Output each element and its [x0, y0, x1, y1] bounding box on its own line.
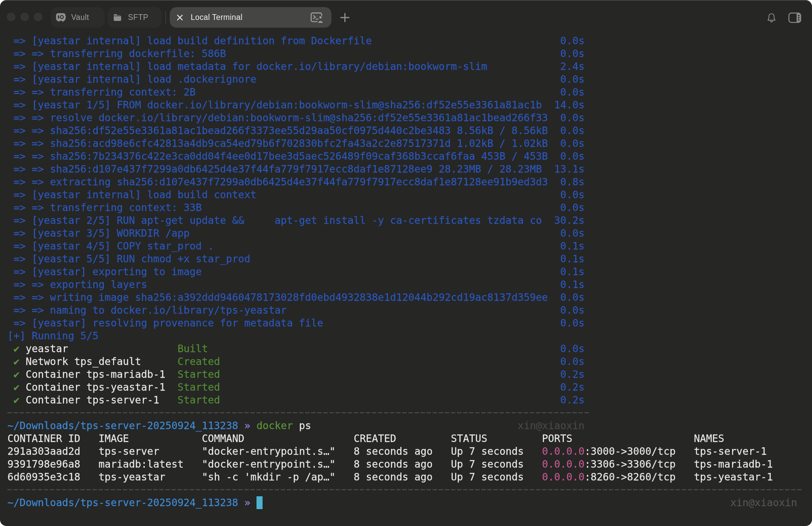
terminal-text: 9391798e96a8 — [8, 458, 80, 471]
terminal-text: => [yeastar 1/5] FROM docker.io/library/… — [14, 99, 542, 111]
build-line: => => sha256:d107e437f7299a0db6425d4e37f… — [8, 163, 812, 175]
terminal-text: => => resolve docker.io/library/debian:b… — [14, 111, 548, 124]
terminal-text: :3306->3306/tcp — [584, 458, 676, 471]
build-line: => => extracting sha256:d107e437f7299a0d… — [8, 175, 812, 188]
tab-vault-label: Vault — [71, 13, 89, 22]
terminal-text: tps-yeastar — [99, 471, 165, 483]
tab-sftp[interactable]: SFTP — [108, 7, 162, 28]
build-line: => [yeastar internal] load build definit… — [8, 34, 812, 47]
build-line: => [yeastar] exporting to image0.1s — [8, 265, 812, 278]
compose-running-line: [+] Running 5/5 — [8, 329, 812, 342]
terminal-text: yeastar — [26, 342, 68, 355]
build-line: => => writing image sha256:a392ddd946047… — [8, 291, 812, 304]
tab-bar: Vault SFTP Local Terminal — [0, 0, 812, 34]
terminal-text: :3000->3000/tcp — [584, 445, 676, 458]
prompt-separator — [8, 483, 812, 496]
terminal-text: 0.2s — [560, 394, 584, 407]
terminal-text: ps — [299, 419, 311, 432]
tab-sftp-label: SFTP — [128, 13, 148, 22]
terminal-text: 0.0s — [560, 304, 584, 317]
terminal-text: » — [244, 496, 250, 509]
terminal-text: => => transferring context: 33B — [14, 201, 202, 214]
terminal-text: 0.1s — [560, 278, 584, 291]
terminal-text: 0.0.0.0 — [542, 445, 584, 458]
terminal-text: Started — [177, 368, 220, 381]
minimize-window-button[interactable] — [20, 13, 29, 21]
window-controls — [7, 13, 42, 21]
terminal-text: PORTS — [542, 432, 572, 445]
build-line: => [yeastar] resolving provenance for me… — [8, 317, 812, 329]
ps-row-line: 291a303aad2dtps-server"docker-entrypoint… — [8, 445, 812, 458]
terminal-text: tps-yeastar-1 — [694, 471, 773, 483]
terminal-text: 0.0s — [560, 150, 584, 163]
terminal-user-icon — [310, 12, 324, 23]
terminal-text: => [yeastar] exporting to image — [14, 265, 202, 278]
terminal-text: CONTAINER ID — [8, 432, 80, 445]
terminal-text: => => sha256:7b234376c422e3ca0dd04f4ee0d… — [14, 150, 548, 163]
terminal-text: 291a303aad2d — [8, 445, 80, 458]
build-line: => [yeastar internal] load .dockerignore… — [8, 73, 812, 86]
terminal-text: Up 7 seconds — [451, 471, 524, 483]
terminal-text: COMMAND — [202, 432, 244, 445]
build-line: => => transferring context: 2B0.0s — [8, 86, 812, 99]
zoom-window-button[interactable] — [34, 13, 42, 21]
terminal-text: => => exporting layers — [14, 278, 147, 291]
terminal-text: docker — [257, 419, 293, 432]
terminal-text: 0.2s — [560, 381, 584, 394]
terminal-text: 0.0s — [560, 34, 584, 47]
terminal-text: tps-mariadb-1 — [694, 458, 773, 471]
right-panel-toggle-icon[interactable] — [788, 13, 801, 23]
terminal-text: => [yeastar] resolving provenance for me… — [14, 317, 323, 329]
prompt-line: ~/Downloads/tps-server-20250924_113238»x… — [8, 496, 812, 509]
terminal-text: => [yeastar internal] load build definit… — [14, 34, 372, 47]
terminal-text: 2.4s — [560, 60, 584, 73]
tab-local-terminal[interactable]: Local Terminal — [170, 7, 331, 28]
compose-line: ✔yeastarBuilt0.0s — [8, 342, 812, 355]
notifications-bell-icon[interactable] — [767, 13, 776, 23]
terminal-text: 0.1s — [560, 240, 584, 253]
new-tab-button[interactable] — [339, 12, 350, 23]
terminal-text: ✔ — [14, 355, 19, 368]
ps-row-line: 9391798e96a8mariadb:latest"docker-entryp… — [8, 458, 812, 471]
terminal-text: 0.0s — [560, 342, 584, 355]
tab-divider — [165, 11, 166, 24]
terminal-text: => => writing image sha256:a392ddd946047… — [14, 291, 548, 304]
terminal-text: => [yeastar internal] load .dockerignore — [14, 73, 257, 86]
build-line: => => exporting layers0.1s — [8, 278, 812, 291]
folder-icon — [113, 14, 121, 21]
terminal-text: => [yeastar internal] load metadata for … — [14, 60, 487, 73]
terminal-text: ✔ — [14, 381, 19, 394]
terminal-text: 0.0s — [560, 124, 584, 137]
prompt-separator — [8, 407, 812, 419]
terminal-text: 14.0s — [554, 99, 584, 111]
build-line: => [yeastar 4/5] COPY star_prod .0.1s — [8, 240, 812, 253]
terminal-text: ✔ — [14, 394, 19, 407]
terminal-text: Container tps-server-1 — [26, 394, 159, 407]
terminal-text: Network tps_default — [26, 355, 141, 368]
prompt-separator-line — [8, 412, 591, 413]
tab-vault[interactable]: Vault — [51, 7, 105, 28]
terminal-text: 0.0s — [560, 227, 584, 240]
terminal-text: mariadb:latest — [99, 458, 184, 471]
terminal-text: IMAGE — [99, 432, 129, 445]
compose-line: ✔Container tps-yeastar-1Started0.2s — [8, 381, 812, 394]
terminal-text: 0.8s — [560, 175, 584, 188]
terminal-text: STATUS — [451, 432, 487, 445]
terminal-text: NAMES — [694, 432, 724, 445]
close-tab-icon[interactable] — [176, 14, 183, 21]
terminal-text: 0.0s — [560, 355, 584, 368]
terminal-text: 0.0.0.0 — [542, 458, 584, 471]
termius-window: Vault SFTP Local Terminal — [0, 0, 812, 526]
terminal-text: "docker-entrypoint.s…" — [202, 445, 335, 458]
terminal-text: ~/Downloads/tps-server-20250924_113238 — [8, 419, 238, 432]
terminal-text: 0.0s — [560, 188, 584, 201]
terminal-text: 0.0s — [560, 137, 584, 150]
terminal-text: ✔ — [14, 368, 19, 381]
terminal-text: Started — [177, 394, 220, 407]
close-window-button[interactable] — [7, 13, 15, 21]
terminal-text: 0.0s — [560, 317, 584, 329]
build-line: => => transferring dockerfile: 586B0.0s — [8, 47, 812, 60]
terminal-text: "sh -c 'mkdir -p /ap…" — [202, 471, 335, 483]
build-line: => [yeastar 3/5] WORKDIR /app0.0s — [8, 227, 812, 240]
compose-line: ✔Network tps_defaultCreated0.0s — [8, 355, 812, 368]
